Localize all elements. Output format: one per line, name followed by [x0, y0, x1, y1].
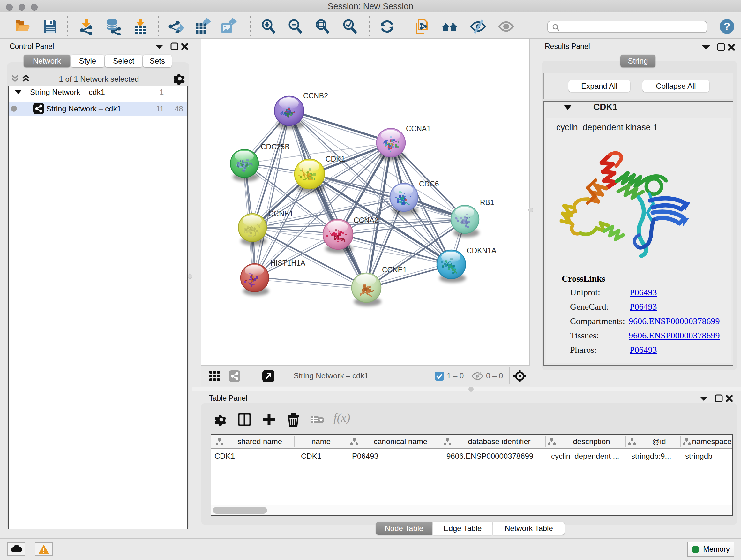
- svg-text:CCNB1: CCNB1: [268, 209, 293, 218]
- svg-text:CCNA1: CCNA1: [406, 125, 431, 133]
- svg-text:CCNE1: CCNE1: [382, 266, 407, 274]
- svg-text:CDK1: CDK1: [326, 155, 345, 163]
- svg-text:CDKN1A: CDKN1A: [467, 246, 496, 255]
- svg-text:RB1: RB1: [480, 198, 494, 206]
- svg-text:CCNA2: CCNA2: [354, 216, 379, 225]
- svg-text:CDC25B: CDC25B: [261, 143, 290, 151]
- svg-text:?: ?: [724, 20, 731, 32]
- svg-text:HIST1H1A: HIST1H1A: [270, 259, 306, 267]
- svg-text:CDC6: CDC6: [419, 180, 439, 188]
- svg-text:CCNB2: CCNB2: [303, 91, 328, 100]
